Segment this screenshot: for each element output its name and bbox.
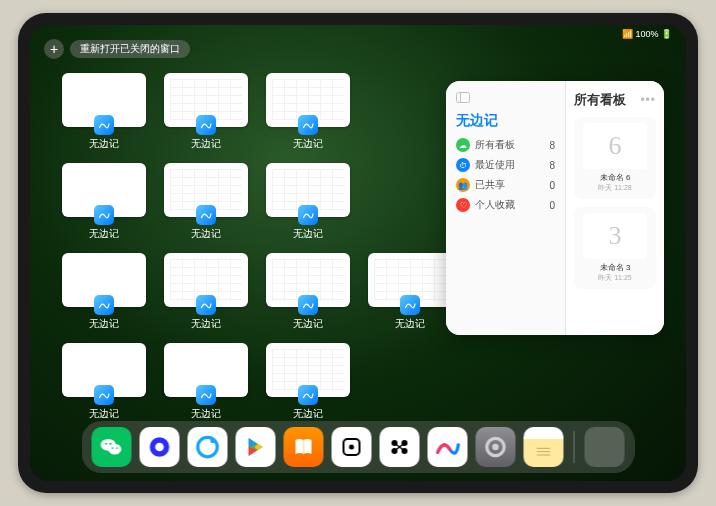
thumb-preview <box>266 163 350 217</box>
new-window-button[interactable]: + <box>44 39 64 59</box>
dock-freeform-icon[interactable] <box>428 427 468 467</box>
sidebar-item-icon: ☁ <box>456 138 470 152</box>
sidebar-item-count: 0 <box>549 200 555 211</box>
dock <box>82 421 635 473</box>
thumb-preview <box>62 163 146 217</box>
reopen-closed-window-button[interactable]: 重新打开已关闭的窗口 <box>70 40 190 58</box>
thumb-preview <box>266 343 350 397</box>
thumb-label: 无边记 <box>293 227 323 241</box>
status-bar: 📶 100% 🔋 <box>30 29 686 39</box>
freeform-app-icon <box>196 295 216 315</box>
svg-point-7 <box>116 447 118 449</box>
thumb-preview <box>266 73 350 127</box>
freeform-app-icon <box>94 115 114 135</box>
thumb-label: 无边记 <box>191 317 221 331</box>
window-thumbnail[interactable]: 无边记 <box>266 73 350 151</box>
thumb-preview <box>62 73 146 127</box>
panel-title: 无边记 <box>456 112 555 130</box>
panel-sidebar: 无边记 ☁所有看板8⏱最近使用8👥已共享0♡个人收藏0 <box>446 81 566 335</box>
thumb-label: 无边记 <box>293 317 323 331</box>
freeform-app-icon <box>298 205 318 225</box>
freeform-app-icon <box>298 115 318 135</box>
board-preview: 3 <box>583 213 647 259</box>
svg-point-9 <box>155 443 164 452</box>
thumb-label: 无边记 <box>395 317 425 331</box>
window-thumbnail[interactable]: 无边记 <box>62 253 146 331</box>
ipad-frame: 📶 100% 🔋 + 重新打开已关闭的窗口 无边记 无边记 无边记 无边记 无边… <box>18 13 698 493</box>
dock-dice-icon[interactable] <box>332 427 372 467</box>
freeform-app-icon <box>94 205 114 225</box>
sidebar-item[interactable]: 👥已共享0 <box>456 178 555 192</box>
dock-settings-icon[interactable] <box>476 427 516 467</box>
freeform-app-icon <box>196 205 216 225</box>
dock-wechat-icon[interactable] <box>92 427 132 467</box>
thumb-label: 无边记 <box>191 137 221 151</box>
board-preview: 6 <box>583 123 647 169</box>
thumb-preview <box>62 343 146 397</box>
dock-quark-icon[interactable] <box>140 427 180 467</box>
freeform-app-icon <box>400 295 420 315</box>
thumb-label: 无边记 <box>89 137 119 151</box>
window-thumbnail[interactable]: 无边记 <box>368 253 452 331</box>
top-controls: + 重新打开已关闭的窗口 <box>44 39 190 59</box>
thumb-label: 无边记 <box>293 137 323 151</box>
thumb-preview <box>62 253 146 307</box>
dock-wm-icon[interactable] <box>380 427 420 467</box>
thumb-preview <box>164 253 248 307</box>
svg-point-5 <box>109 443 111 445</box>
svg-point-11 <box>210 438 215 443</box>
window-thumbnail[interactable]: 无边记 <box>266 163 350 241</box>
dock-qqbrowser-icon[interactable] <box>188 427 228 467</box>
freeform-app-icon <box>94 295 114 315</box>
sidebar-toggle-icon[interactable] <box>456 91 555 106</box>
thumb-label: 无边记 <box>293 407 323 421</box>
sidebar-item-icon: ⏱ <box>456 158 470 172</box>
dock-books-icon[interactable] <box>284 427 324 467</box>
more-icon[interactable]: ••• <box>640 93 656 107</box>
sidebar-item-count: 8 <box>549 160 555 171</box>
window-thumbnail[interactable]: 无边记 <box>62 343 146 421</box>
thumb-label: 无边记 <box>89 317 119 331</box>
sidebar-item-icon: 👥 <box>456 178 470 192</box>
board-date: 昨天 11:28 <box>598 183 631 193</box>
sidebar-item[interactable]: ☁所有看板8 <box>456 138 555 152</box>
thumb-label: 无边记 <box>191 407 221 421</box>
sidebar-item-label: 个人收藏 <box>475 198 515 212</box>
thumb-label: 无边记 <box>89 407 119 421</box>
freeform-app-icon <box>298 295 318 315</box>
thumb-preview <box>164 343 248 397</box>
thumb-preview <box>368 253 452 307</box>
dock-play-icon[interactable] <box>236 427 276 467</box>
sidebar-item-label: 已共享 <box>475 178 505 192</box>
sidebar-item[interactable]: ♡个人收藏0 <box>456 198 555 212</box>
freeform-app-icon <box>298 385 318 405</box>
svg-point-22 <box>492 444 499 451</box>
dock-app-library-icon[interactable] <box>585 427 625 467</box>
thumb-preview <box>164 73 248 127</box>
svg-point-6 <box>112 447 114 449</box>
board-card[interactable]: 3 未命名 3 昨天 11:25 <box>574 207 656 289</box>
freeform-app-icon <box>196 115 216 135</box>
sidebar-item-label: 所有看板 <box>475 138 515 152</box>
window-thumbnail[interactable]: 无边记 <box>266 343 350 421</box>
window-thumbnail[interactable]: 无边记 <box>164 73 248 151</box>
window-thumbnail[interactable]: 无边记 <box>62 73 146 151</box>
window-thumbnail[interactable]: 无边记 <box>62 163 146 241</box>
sidebar-item-count: 8 <box>549 140 555 151</box>
svg-rect-0 <box>457 93 470 103</box>
dock-separator <box>574 431 575 463</box>
window-thumbnail[interactable]: 无边记 <box>164 343 248 421</box>
panel-right-title: 所有看板 <box>574 91 626 109</box>
window-thumbnail[interactable]: 无边记 <box>164 163 248 241</box>
thumb-label: 无边记 <box>191 227 221 241</box>
dock-notes-icon[interactable] <box>524 427 564 467</box>
sidebar-item-count: 0 <box>549 180 555 191</box>
svg-point-4 <box>105 443 107 445</box>
board-card[interactable]: 6 未命名 6 昨天 11:28 <box>574 117 656 199</box>
panel-content: 所有看板 ••• 6 未命名 6 昨天 11:283 未命名 3 昨天 11:2… <box>566 81 664 335</box>
sidebar-item[interactable]: ⏱最近使用8 <box>456 158 555 172</box>
window-thumbnail-grid: 无边记 无边记 无边记 无边记 无边记 无边记 无边记 无边记 <box>62 73 452 421</box>
window-thumbnail[interactable]: 无边记 <box>164 253 248 331</box>
board-name: 未命名 6 <box>600 172 631 183</box>
window-thumbnail[interactable]: 无边记 <box>266 253 350 331</box>
